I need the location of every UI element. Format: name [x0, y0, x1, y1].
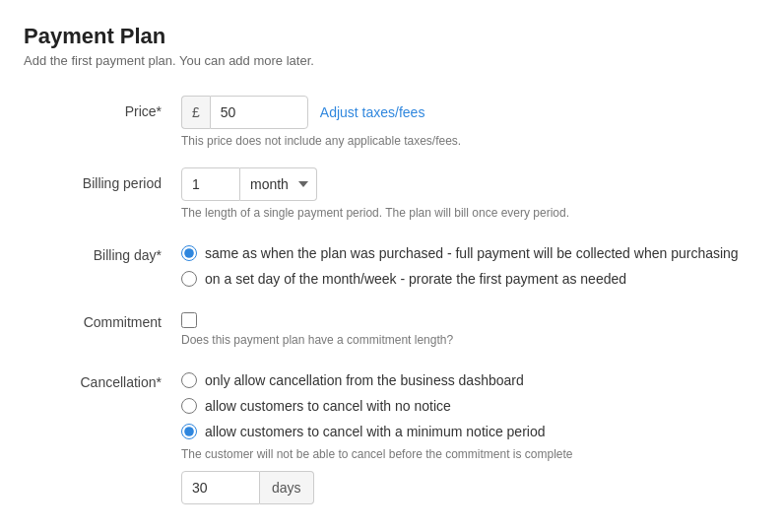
- cancellation-notice-helper: The customer will not be able to cancel …: [181, 447, 759, 461]
- cancellation-option-0-label: only allow cancellation from the busines…: [205, 372, 524, 388]
- cancellation-option-1-label: allow customers to cancel with no notice: [205, 398, 451, 414]
- billing-day-option-0-label: same as when the plan was purchased - fu…: [205, 245, 739, 261]
- page-title: Payment Plan: [24, 24, 759, 49]
- cancellation-radio-group: only allow cancellation from the busines…: [181, 366, 759, 439]
- cancellation-option-0[interactable]: only allow cancellation from the busines…: [181, 372, 759, 388]
- billing-period-input-group: day week month year: [181, 167, 759, 201]
- billing-day-radio-group: same as when the plan was purchased - fu…: [181, 239, 759, 287]
- price-input[interactable]: [210, 96, 308, 129]
- adjust-taxes-link[interactable]: Adjust taxes/fees: [320, 104, 425, 120]
- billing-day-radio-1[interactable]: [181, 271, 197, 287]
- commitment-row: Commitment Does this payment plan have a…: [24, 306, 759, 347]
- billing-period-number-input[interactable]: [181, 167, 240, 201]
- page-subtitle: Add the first payment plan. You can add …: [24, 53, 759, 68]
- price-row: Price* £ Adjust taxes/fees This price do…: [24, 96, 759, 148]
- billing-day-control: same as when the plan was purchased - fu…: [181, 239, 759, 287]
- commitment-helper: Does this payment plan have a commitment…: [181, 333, 759, 347]
- billing-day-option-0[interactable]: same as when the plan was purchased - fu…: [181, 245, 759, 261]
- billing-period-control: day week month year The length of a sing…: [181, 167, 759, 220]
- cancellation-label: Cancellation*: [24, 366, 181, 390]
- billing-period-select[interactable]: day week month year: [240, 167, 317, 201]
- price-helper: This price does not include any applicab…: [181, 134, 759, 148]
- cancellation-control: only allow cancellation from the busines…: [181, 366, 759, 504]
- price-label: Price*: [24, 96, 181, 119]
- cancellation-radio-0[interactable]: [181, 372, 197, 388]
- notice-days-group: days: [181, 471, 759, 504]
- notice-days-input[interactable]: [181, 471, 260, 504]
- currency-symbol: £: [181, 96, 210, 129]
- commitment-control: Does this payment plan have a commitment…: [181, 306, 759, 347]
- billing-day-radio-0[interactable]: [181, 245, 197, 261]
- billing-day-label: Billing day*: [24, 239, 181, 263]
- cancellation-option-2[interactable]: allow customers to cancel with a minimum…: [181, 424, 759, 439]
- billing-day-row: Billing day* same as when the plan was p…: [24, 239, 759, 287]
- commitment-checkbox[interactable]: [181, 312, 197, 328]
- cancellation-option-1[interactable]: allow customers to cancel with no notice: [181, 398, 759, 414]
- billing-period-row: Billing period day week month year The l…: [24, 167, 759, 220]
- commitment-checkbox-item: [181, 306, 759, 328]
- cancellation-radio-1[interactable]: [181, 398, 197, 414]
- billing-day-option-1-label: on a set day of the month/week - prorate…: [205, 271, 626, 287]
- cancellation-row: Cancellation* only allow cancellation fr…: [24, 366, 759, 504]
- billing-period-helper: The length of a single payment period. T…: [181, 206, 759, 220]
- cancellation-option-2-label: allow customers to cancel with a minimum…: [205, 424, 545, 439]
- price-input-group: £: [181, 96, 308, 129]
- days-suffix: days: [260, 471, 314, 504]
- commitment-label: Commitment: [24, 306, 181, 330]
- price-control: £ Adjust taxes/fees This price does not …: [181, 96, 759, 148]
- billing-period-label: Billing period: [24, 167, 181, 191]
- billing-day-option-1[interactable]: on a set day of the month/week - prorate…: [181, 271, 759, 287]
- cancellation-radio-2[interactable]: [181, 424, 197, 439]
